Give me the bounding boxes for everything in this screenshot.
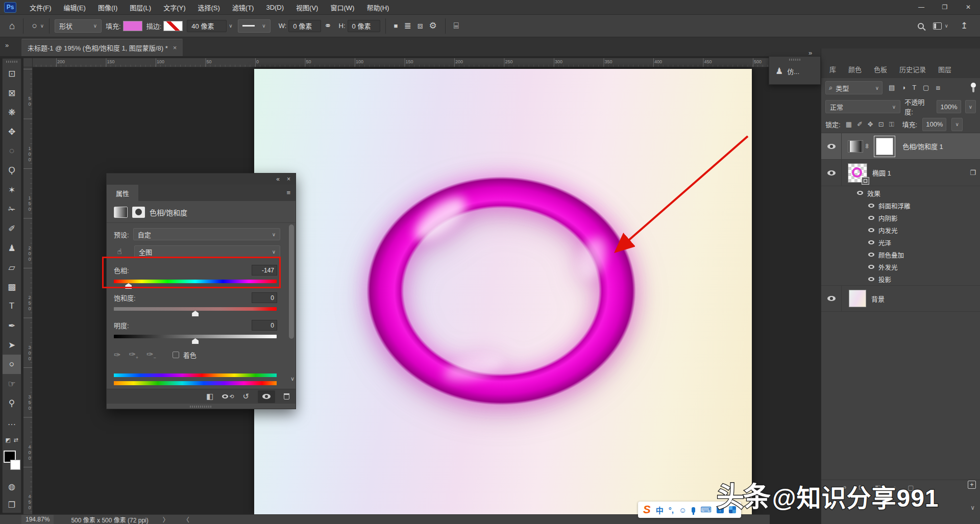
tab-properties[interactable]: 属性 bbox=[107, 185, 138, 201]
elliptical-marquee-tool[interactable]: ◌ bbox=[3, 141, 21, 161]
saturation-slider[interactable] bbox=[114, 307, 277, 311]
opacity-input[interactable]: 100% bbox=[937, 100, 961, 113]
frame-tool[interactable]: ⊠ bbox=[3, 83, 21, 103]
close-panel-icon[interactable]: × bbox=[287, 176, 290, 183]
menu-item[interactable]: 编辑(E) bbox=[58, 0, 92, 14]
screen-mode-button[interactable]: ❐ bbox=[3, 495, 21, 514]
effect-row[interactable]: 外发光 bbox=[821, 261, 980, 273]
brush-tool[interactable]: ✐ bbox=[3, 219, 21, 238]
layer-name[interactable]: 椭圆 1 bbox=[872, 168, 891, 178]
microphone-icon[interactable] bbox=[692, 507, 695, 513]
tool-preset-icon[interactable]: ○ bbox=[29, 21, 40, 31]
quick-mask-button[interactable]: ◍ bbox=[3, 477, 21, 495]
panel-resize-grip[interactable] bbox=[190, 406, 212, 408]
path-operations-icon[interactable]: ■ bbox=[391, 22, 401, 30]
home-icon[interactable]: ⌂ bbox=[6, 20, 18, 32]
effect-row[interactable]: 颜色叠加 bbox=[821, 248, 980, 261]
eraser-tool[interactable]: ▱ bbox=[3, 258, 21, 277]
collapsed-panel[interactable]: ♟ 仿... bbox=[769, 56, 821, 85]
opacity-dropdown[interactable]: ∨ bbox=[965, 100, 976, 113]
path-alignment-icon[interactable]: ≣ bbox=[401, 20, 414, 31]
status-collapse-icon[interactable]: 〈 bbox=[183, 515, 189, 524]
visibility-cell[interactable] bbox=[821, 133, 842, 159]
fill-input[interactable]: 100% bbox=[922, 118, 946, 131]
horizontal-ruler[interactable]: 2001501005005010015020025030035040045050… bbox=[33, 58, 770, 67]
saturation-value-input[interactable]: 0 bbox=[252, 292, 277, 303]
edit-toolbar[interactable]: … bbox=[3, 413, 21, 432]
restore-button[interactable]: ❐ bbox=[933, 0, 957, 14]
menu-item[interactable]: 文件(F) bbox=[23, 0, 58, 14]
eye-icon[interactable] bbox=[868, 265, 874, 269]
pen-tool[interactable]: ✒ bbox=[3, 316, 21, 335]
path-arrangement-icon[interactable]: ⧈ bbox=[414, 21, 426, 31]
stroke-width-input[interactable]: 40 像素 bbox=[187, 20, 227, 32]
eye-icon[interactable] bbox=[868, 216, 874, 220]
share-icon[interactable]: ↥ bbox=[958, 20, 971, 31]
filter-smart-object-icon[interactable]: ⧈ bbox=[936, 84, 940, 92]
effect-row[interactable]: 投影 bbox=[821, 273, 980, 285]
blend-mode-select[interactable]: 正常 ∨ bbox=[825, 100, 900, 113]
panel-tab[interactable]: 色板 bbox=[868, 60, 893, 78]
eyedropper-tool[interactable]: ✁ bbox=[3, 199, 21, 219]
effect-row[interactable]: 光泽 bbox=[821, 236, 980, 248]
tool-mode-select[interactable]: 形状 ∨ bbox=[55, 19, 102, 33]
eye-icon[interactable] bbox=[868, 228, 874, 232]
filter-image-icon[interactable]: ▤ bbox=[889, 84, 895, 92]
view-previous-state-button[interactable]: ⟲ bbox=[222, 393, 234, 400]
collapse-panel-icon[interactable]: « bbox=[276, 176, 280, 183]
ruler-corner[interactable] bbox=[23, 58, 33, 67]
keyboard-icon[interactable]: ⌨ bbox=[700, 505, 712, 514]
menu-item[interactable]: 图层(L) bbox=[124, 0, 157, 14]
eye-icon[interactable] bbox=[868, 277, 874, 281]
panel-tab[interactable]: 颜色 bbox=[842, 60, 868, 78]
layer-row-ellipse[interactable]: 椭圆 1 ❐ bbox=[821, 160, 980, 186]
clip-to-layer-icon[interactable]: ◧ bbox=[206, 392, 213, 401]
lock-position-icon[interactable]: ✥ bbox=[868, 120, 873, 129]
document-tab[interactable]: 未标题-1 @ 195% (色相/饱和度 1, 图层蒙版/8) * × bbox=[21, 39, 183, 56]
lasso-tool[interactable]: Ϙ bbox=[3, 161, 21, 180]
eye-icon[interactable] bbox=[868, 204, 874, 208]
panel-tab[interactable]: 图层 bbox=[932, 60, 958, 78]
zoom-tool[interactable]: ⚲ bbox=[3, 393, 21, 413]
effect-row[interactable]: 内发光 bbox=[821, 224, 980, 236]
properties-scrollbar[interactable]: ∨ bbox=[289, 224, 294, 384]
background-layer-thumbnail[interactable] bbox=[849, 290, 866, 307]
move-tool[interactable]: ✥ bbox=[3, 122, 21, 141]
layer-mask-thumbnail[interactable] bbox=[876, 138, 893, 155]
channel-select[interactable]: 全图 ∨ bbox=[134, 245, 280, 258]
menu-item[interactable]: 帮助(H) bbox=[360, 0, 395, 14]
lock-all-icon[interactable]: ⚿ bbox=[889, 120, 894, 129]
search-icon[interactable] bbox=[918, 23, 924, 29]
chinese-mode-icon[interactable]: 中 bbox=[656, 505, 664, 515]
reset-adjustment-icon[interactable]: ↺ bbox=[242, 392, 249, 401]
eye-icon[interactable] bbox=[868, 240, 874, 244]
fill-swatch[interactable] bbox=[123, 21, 142, 31]
swap-colors-row[interactable]: ◩ ⇄ bbox=[3, 432, 21, 447]
filter-shape-icon[interactable]: ▢ bbox=[923, 84, 929, 92]
new-layer-icon[interactable]: + bbox=[968, 481, 976, 489]
layer-row-background[interactable]: 背景 bbox=[821, 285, 980, 312]
filter-toggle-icon[interactable] bbox=[971, 83, 976, 93]
layer-mask-icon[interactable] bbox=[132, 207, 145, 218]
vertical-ruler[interactable]: 50100150200250300350400450 bbox=[23, 67, 33, 514]
panel-tab[interactable]: 历史记录 bbox=[893, 60, 932, 78]
filter-type-select[interactable]: ⌕ 类型 ∨ bbox=[825, 81, 883, 94]
effect-row[interactable]: 内阴影 bbox=[821, 212, 980, 224]
filter-type-icon[interactable]: T bbox=[912, 84, 916, 92]
close-tab-icon[interactable]: × bbox=[173, 44, 177, 52]
width-input[interactable]: 0 像素 bbox=[288, 20, 321, 32]
toggle-visibility-button[interactable] bbox=[258, 390, 275, 403]
adjustment-layer-thumbnail[interactable] bbox=[848, 140, 863, 153]
lock-paint-icon[interactable]: ✐ bbox=[857, 120, 863, 129]
layer-name[interactable]: 背景 bbox=[871, 294, 885, 304]
eye-icon[interactable] bbox=[868, 253, 874, 257]
shape-layer-thumbnail[interactable] bbox=[848, 163, 867, 183]
effects-header-row[interactable]: 效果 bbox=[821, 186, 980, 199]
panel-menu-icon[interactable]: ≡ bbox=[286, 189, 290, 196]
collapse-effects-icon[interactable]: ❐ bbox=[970, 169, 976, 177]
menu-item[interactable]: 图像(I) bbox=[92, 0, 124, 14]
lightness-slider[interactable] bbox=[114, 335, 277, 338]
clone-stamp-tool[interactable]: ♟ bbox=[3, 238, 21, 258]
eyedropper-icon[interactable]: ✑ bbox=[114, 350, 120, 360]
sogou-logo[interactable]: S bbox=[643, 503, 651, 516]
